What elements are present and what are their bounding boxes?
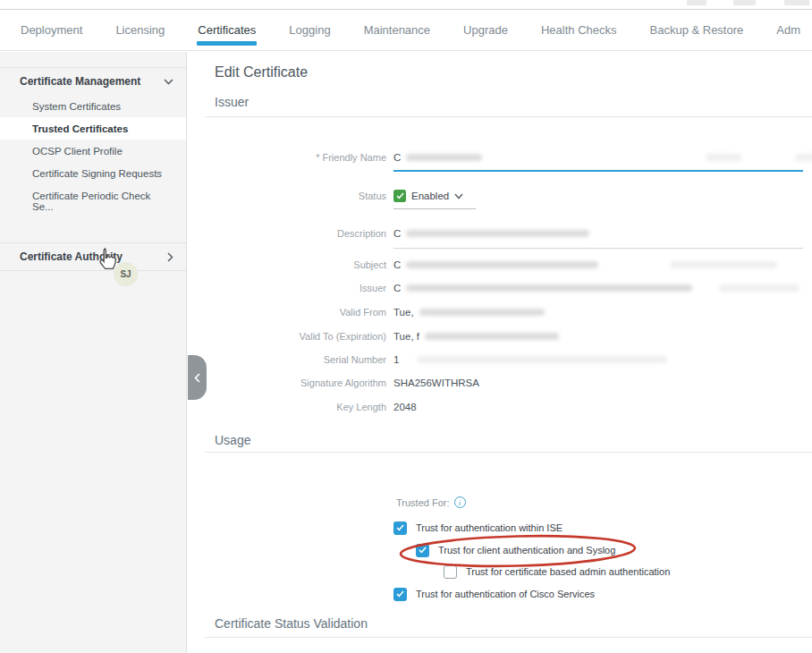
field-value: SHA256WITHRSA: [393, 377, 479, 388]
field-value: 1: [393, 354, 667, 365]
status-value: Enabled: [411, 191, 449, 201]
field-row-valid-from: Valid From Tue,: [188, 303, 545, 321]
divider: [205, 452, 812, 453]
chevron-down-icon: [164, 79, 173, 85]
sidebar-item-trusted-certificates[interactable]: Trusted Certificates: [0, 117, 186, 140]
checkbox-label: Trust for client authentication and Sysl…: [438, 545, 615, 555]
field-value: Tue, f: [393, 331, 559, 342]
field-label: Description: [188, 228, 393, 239]
redacted-text: [417, 356, 667, 363]
status-underline: [393, 208, 476, 209]
sidebar-collapse-handle[interactable]: [188, 355, 207, 400]
field-value: C: [393, 152, 401, 163]
page-title: Edit Certificate: [215, 64, 308, 81]
sidebar: Certificate Management System Certificat…: [0, 52, 187, 653]
sidebar-group-certificate-authority[interactable]: Certificate Authority: [0, 243, 186, 270]
field-label: Subject: [188, 259, 393, 270]
field-value: C: [393, 259, 777, 270]
divider: [205, 116, 812, 117]
redacted-text: [425, 333, 559, 340]
field-label: * Friendly Name: [188, 152, 393, 163]
enabled-check-icon: [393, 190, 406, 202]
tab-certificates[interactable]: Certificates: [197, 10, 257, 50]
checkbox-checked-icon: [416, 544, 429, 557]
checkbox-label: Trust for authentication within ISE: [416, 522, 562, 533]
tab-licensing[interactable]: Licensing: [114, 10, 165, 50]
main-content: Edit Certificate Issuer * Friendly Name …: [188, 52, 812, 653]
divider: [205, 637, 812, 638]
field-row-status: Status Enabled: [188, 187, 463, 205]
field-row-signature-algorithm: Signature Algorithm SHA256WITHRSA: [188, 374, 479, 392]
redacted-text: [706, 154, 741, 161]
sidebar-item-certificate-periodic-check[interactable]: Certificate Periodic Check Se...: [0, 184, 186, 217]
tab-backup-restore[interactable]: Backup & Restore: [649, 10, 745, 50]
redacted-text: [406, 261, 598, 268]
checkbox-checked-icon: [393, 588, 407, 601]
checkbox-checked-icon: [393, 522, 407, 535]
checkbox-trust-client-auth-syslog[interactable]: Trust for client authentication and Sysl…: [416, 542, 615, 558]
redacted-text: [719, 284, 799, 292]
spacer: [0, 217, 186, 242]
section-heading-issuer: Issuer: [215, 95, 249, 109]
tab-deployment[interactable]: Deployment: [20, 10, 83, 50]
field-label: Valid To (Expiration): [188, 331, 393, 342]
tab-maintenance[interactable]: Maintenance: [363, 10, 431, 50]
sidebar-group-label: Certificate Management: [20, 75, 140, 88]
avatar: SJ: [114, 262, 138, 286]
redacted-text: [406, 284, 692, 292]
chevron-right-icon: [167, 252, 173, 262]
checkbox-unchecked-icon: [444, 565, 457, 579]
chevron-left-icon: [194, 373, 200, 383]
sidebar-item-system-certificates[interactable]: System Certificates: [0, 95, 186, 117]
field-label: Key Length: [188, 402, 393, 412]
redacted-text: [419, 309, 545, 316]
top-strip-remnant: [687, 0, 706, 5]
checkbox-label: Trust for certificate based admin authen…: [466, 566, 670, 577]
top-tab-bar: Deployment Licensing Certificates Loggin…: [0, 9, 812, 51]
field-row-subject: Subject C: [188, 256, 777, 274]
field-row-valid-to: Valid To (Expiration) Tue, f: [188, 327, 559, 345]
friendly-name-input[interactable]: C: [393, 152, 812, 163]
tab-administration-cut[interactable]: Adm: [775, 10, 801, 50]
redacted-text: [406, 154, 482, 161]
top-strip-remnant: [784, 0, 809, 5]
field-row-description: Description C: [188, 225, 589, 242]
redacted-text: [670, 261, 777, 268]
description-input[interactable]: C: [393, 228, 589, 239]
trusted-for-label: Trusted For: i: [396, 496, 466, 508]
checkbox-trust-auth-cisco-services[interactable]: Trust for authentication of Cisco Servic…: [393, 586, 595, 602]
field-value: 2048: [393, 402, 417, 412]
sidebar-group-certificate-management[interactable]: Certificate Management: [0, 68, 186, 95]
redacted-text: [406, 230, 589, 237]
field-label: Serial Number: [188, 354, 393, 365]
section-heading-certificate-status-validation: Certificate Status Validation: [215, 616, 368, 631]
sidebar-item-certificate-signing-requests[interactable]: Certificate Signing Requests: [0, 162, 186, 184]
tab-upgrade[interactable]: Upgrade: [462, 10, 509, 50]
divider: [0, 270, 186, 271]
redacted-text: [795, 154, 812, 161]
field-label: Issuer: [188, 283, 393, 293]
friendly-name-underline: [393, 170, 803, 172]
field-row-key-length: Key Length 2048: [188, 398, 417, 416]
checkbox-trust-cert-admin-auth[interactable]: Trust for certificate based admin authen…: [444, 564, 670, 580]
status-dropdown[interactable]: Enabled: [393, 190, 463, 202]
info-icon[interactable]: i: [454, 496, 466, 508]
field-label: Status: [188, 191, 393, 201]
description-underline: [393, 248, 803, 249]
tab-health-checks[interactable]: Health Checks: [540, 10, 618, 50]
field-value: Tue,: [393, 307, 545, 318]
field-label: Valid From: [188, 307, 393, 318]
field-value: C: [393, 228, 401, 239]
mouse-cursor-icon: [96, 248, 117, 273]
field-row-issuer: Issuer C: [188, 279, 799, 297]
field-row-serial-number: Serial Number 1: [188, 351, 667, 369]
field-label: Signature Algorithm: [188, 377, 393, 388]
field-row-friendly-name: * Friendly Name C: [188, 148, 812, 166]
tab-logging[interactable]: Logging: [288, 10, 331, 50]
checkbox-label: Trust for authentication of Cisco Servic…: [416, 589, 595, 599]
sidebar-item-ocsp-client-profile[interactable]: OCSP Client Profile: [0, 140, 186, 162]
section-heading-usage: Usage: [215, 433, 250, 447]
top-strip-remnant: [733, 0, 756, 5]
field-value: C: [393, 283, 799, 293]
checkbox-trust-auth-within-ise[interactable]: Trust for authentication within ISE: [393, 520, 562, 536]
